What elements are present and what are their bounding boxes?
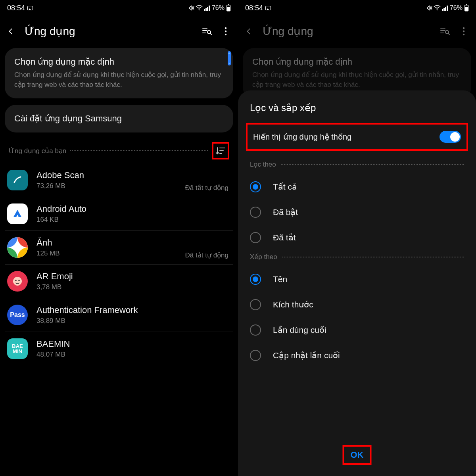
section-label: Lọc theo <box>250 160 276 169</box>
scroll-indicator[interactable] <box>228 51 231 65</box>
card-title: Chọn ứng dụng mặc định <box>252 57 462 67</box>
radio-label: Tên <box>273 274 287 284</box>
toggle-show-system-apps[interactable] <box>440 131 461 143</box>
radio-row-enabled[interactable]: Đã bật <box>250 200 464 225</box>
radio-button[interactable] <box>250 324 261 336</box>
mute-icon <box>426 5 432 11</box>
radio-button[interactable] <box>250 207 261 218</box>
filter-radio-group: Tất cả Đã bật Đã tắt <box>238 174 476 250</box>
svg-point-0 <box>199 10 200 10</box>
radio-label: Lần dùng cuối <box>273 325 326 335</box>
title-bar: Ứng dụng <box>238 16 476 45</box>
svg-rect-16 <box>442 9 443 11</box>
app-status: Đã tắt tự động <box>185 251 228 259</box>
svg-rect-4 <box>209 6 210 11</box>
app-icon-baemin: BAEMIN <box>7 338 28 359</box>
app-icon-android-auto <box>7 203 28 224</box>
ok-button[interactable]: OK <box>343 445 372 465</box>
page-title: Ứng dụng <box>263 25 440 38</box>
radio-label: Tất cả <box>273 182 297 192</box>
svg-point-10 <box>225 30 226 32</box>
signal-icon <box>204 5 210 11</box>
svg-point-25 <box>463 30 464 32</box>
svg-point-14 <box>18 280 20 281</box>
svg-point-24 <box>463 27 464 29</box>
card-samsung-settings[interactable]: Cài đặt ứng dụng Samsung <box>5 105 233 132</box>
svg-rect-6 <box>227 7 230 11</box>
status-icons <box>426 5 448 11</box>
app-size: 48,07 MB <box>36 351 229 359</box>
modal-title: Lọc và sắp xếp <box>238 102 476 123</box>
radio-row-disabled[interactable]: Đã tắt <box>250 225 464 250</box>
app-name: Ảnh <box>36 238 229 248</box>
radio-button[interactable] <box>250 232 261 243</box>
back-button[interactable] <box>245 25 257 37</box>
app-size: 3,78 MB <box>36 283 229 291</box>
battery-icon <box>464 4 469 12</box>
more-menu-icon[interactable] <box>221 26 231 36</box>
more-menu-icon[interactable] <box>459 26 469 36</box>
app-icon-google-photos <box>7 237 28 258</box>
card-default-apps[interactable]: Chọn ứng dụng mặc định Chọn ứng dụng để … <box>5 48 233 98</box>
svg-rect-18 <box>445 7 446 11</box>
divider <box>70 150 208 151</box>
battery-icon <box>226 4 231 12</box>
section-label: Xếp theo <box>250 253 277 261</box>
app-row[interactable]: Ảnh 125 MB Đã tắt tự động <box>5 231 233 265</box>
status-bar: 08:54 76% <box>238 0 476 16</box>
radio-button[interactable] <box>250 350 261 361</box>
app-size: 38,89 MB <box>36 317 229 325</box>
app-size: 164 KB <box>36 216 229 224</box>
app-name: Adobe Scan <box>36 170 229 180</box>
divider <box>281 164 464 165</box>
radio-label: Cập nhật lần cuối <box>273 351 340 360</box>
sort-section-header: Xếp theo <box>238 250 476 267</box>
toggle-show-system-apps-row[interactable]: Hiển thị ứng dụng hệ thống <box>246 123 468 151</box>
radio-button[interactable] <box>250 274 261 285</box>
battery-percent: 76% <box>450 4 463 12</box>
sort-radio-group: Tên Kích thước Lần dùng cuối Cập nhật lầ… <box>238 267 476 368</box>
back-button[interactable] <box>7 25 19 37</box>
screenshot-icon <box>27 6 33 10</box>
app-icon-adobe-scan <box>7 170 28 190</box>
app-row[interactable]: Adobe Scan 73,26 MB Đã tắt tự động <box>5 163 233 197</box>
page-title: Ứng dụng <box>25 25 202 38</box>
section-header: Ứng dụng của bạn <box>0 136 238 163</box>
radio-button[interactable] <box>250 299 261 310</box>
status-icons <box>188 5 210 11</box>
radio-row-last-updated[interactable]: Cập nhật lần cuối <box>250 343 464 368</box>
battery-percent: 76% <box>212 4 225 12</box>
search-list-icon[interactable] <box>202 26 212 36</box>
svg-rect-21 <box>465 7 468 11</box>
app-row[interactable]: BAEMIN BAEMIN 48,07 MB <box>5 332 233 365</box>
radio-row-last-used[interactable]: Lần dùng cuối <box>250 317 464 343</box>
sort-filter-button[interactable] <box>212 142 229 159</box>
phone-left: 08:54 76% Ứng dụng Chọn <box>0 0 238 476</box>
app-name: AR Emoji <box>36 271 229 282</box>
svg-point-11 <box>225 33 226 35</box>
card-subtitle: Chọn ứng dụng để sử dụng khi thực hiện c… <box>14 70 224 90</box>
radio-button[interactable] <box>250 181 261 192</box>
app-row[interactable]: AR Emoji 3,78 MB <box>5 265 233 298</box>
search-list-icon[interactable] <box>440 26 450 36</box>
app-row[interactable]: Pass Authentication Framework 38,89 MB <box>5 298 233 332</box>
app-name: Android Auto <box>36 204 229 214</box>
svg-point-15 <box>437 10 438 10</box>
app-row[interactable]: Android Auto 164 KB <box>5 197 233 231</box>
radio-row-name[interactable]: Tên <box>250 267 464 292</box>
radio-label: Đã tắt <box>273 233 296 242</box>
filter-sort-modal: Lọc và sắp xếp Hiển thị ứng dụng hệ thốn… <box>238 90 476 476</box>
svg-rect-7 <box>228 4 229 5</box>
radio-row-all[interactable]: Tất cả <box>250 174 464 200</box>
svg-rect-2 <box>205 8 207 11</box>
svg-rect-19 <box>447 6 448 11</box>
toggle-label: Hiển thị ứng dụng hệ thống <box>253 132 351 142</box>
card-title: Cài đặt ứng dụng Samsung <box>14 113 224 124</box>
app-icon-samsung-pass: Pass <box>7 305 28 325</box>
wifi-icon <box>196 5 203 11</box>
svg-rect-1 <box>204 9 205 11</box>
radio-row-size[interactable]: Kích thước <box>250 292 464 317</box>
screenshot-icon <box>265 6 271 10</box>
radio-label: Đã bật <box>273 207 298 217</box>
phone-right: 08:54 76% Ứng dụng Chọn ứng d <box>238 0 476 476</box>
